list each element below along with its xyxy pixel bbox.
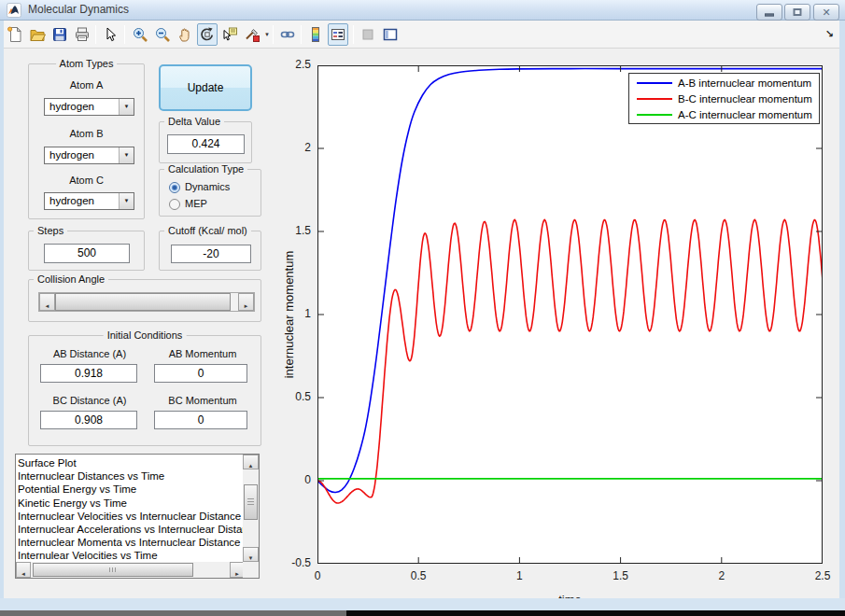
plot-legend[interactable]: A-B internuclear momentum B-C internucle… xyxy=(628,73,820,124)
toolbar-separator xyxy=(353,25,354,44)
maximize-button[interactable] xyxy=(784,4,810,21)
matlab-figure-window: Molecular Dynamics ✕ xyxy=(0,0,845,616)
y-tick-label: -0.5 xyxy=(272,556,311,569)
radio-dynamics[interactable]: Dynamics xyxy=(169,181,253,194)
y-axis-label: internuclear momentum xyxy=(282,251,296,379)
vertical-scroll-thumb[interactable] xyxy=(244,484,258,520)
chevron-down-icon[interactable]: ▼ xyxy=(119,99,134,115)
list-item[interactable]: Surface Plot xyxy=(18,456,243,469)
radio-dynamics-label: Dynamics xyxy=(185,181,230,192)
window-title: Molecular Dynamics xyxy=(28,3,129,16)
slider-right-arrow[interactable]: ► xyxy=(238,293,254,311)
y-tick-label: 0 xyxy=(272,473,311,486)
x-tick-label: 1 xyxy=(500,569,538,582)
close-button[interactable]: ✕ xyxy=(813,4,839,21)
list-item[interactable]: Internuclear Momenta vs Internuclear Dis… xyxy=(18,536,243,549)
legend-line-sample-green xyxy=(637,114,672,116)
bc-momentum-field[interactable]: 0 xyxy=(154,411,247,429)
steps-field[interactable]: 500 xyxy=(44,244,130,263)
x-tick-label: 0 xyxy=(299,569,336,582)
open-file-button[interactable] xyxy=(27,23,48,46)
legend-label: A-C internuclear momentum xyxy=(678,109,812,120)
chevron-down-icon[interactable]: ▼ xyxy=(119,147,134,163)
ab-momentum-field[interactable]: 0 xyxy=(154,364,247,383)
radio-mep-icon[interactable] xyxy=(169,199,180,210)
atom-b-value: hydrogen xyxy=(49,149,94,161)
title-bar[interactable]: Molecular Dynamics ✕ xyxy=(0,0,845,21)
toolbar-separator xyxy=(301,25,302,44)
bc-distance-label: BC Distance (A) xyxy=(35,395,145,406)
show-plot-tools-button[interactable] xyxy=(380,23,401,46)
y-tick-label: 0.5 xyxy=(272,390,311,403)
delta-value-field[interactable]: 0.424 xyxy=(167,134,245,154)
atom-c-dropdown[interactable]: hydrogen ▼ xyxy=(44,192,134,210)
toolbar-overflow-icon[interactable]: ↘ xyxy=(825,28,834,40)
atom-a-dropdown[interactable]: hydrogen ▼ xyxy=(44,98,134,116)
data-cursor-button[interactable] xyxy=(219,23,240,46)
x-tick-label: 1.5 xyxy=(602,569,640,582)
scroll-up-button[interactable]: ▲ xyxy=(243,455,259,469)
matlab-app-icon xyxy=(7,3,21,18)
x-tick-label: 2 xyxy=(703,569,740,582)
calculation-type-title: Calculation Type xyxy=(164,163,247,175)
list-item[interactable]: Internuclear Accelerations vs Internucle… xyxy=(18,523,243,536)
link-plot-button[interactable] xyxy=(277,23,298,46)
left-arrow-icon: ◄ xyxy=(45,303,50,309)
ab-distance-label: AB Distance (A) xyxy=(35,348,145,359)
legend-entry-ac[interactable]: A-C internuclear momentum xyxy=(637,107,812,122)
horizontal-scrollbar[interactable]: ◄ ► xyxy=(16,562,245,578)
chevron-down-icon[interactable]: ▼ xyxy=(119,193,134,209)
list-item[interactable]: Internuclear Distances vs Time xyxy=(18,469,243,483)
scroll-down-button[interactable]: ▼ xyxy=(243,547,259,562)
cutoff-field[interactable]: -20 xyxy=(171,245,251,263)
rotate-3d-button[interactable] xyxy=(197,23,218,46)
pan-button[interactable] xyxy=(175,23,195,46)
slider-left-arrow[interactable]: ◄ xyxy=(39,293,55,311)
horizontal-scroll-thumb[interactable] xyxy=(33,563,193,577)
brush-dropdown-caret[interactable]: ▼ xyxy=(264,32,270,37)
taskbar-strip-dark xyxy=(346,610,845,616)
plot-axes[interactable]: 00.511.522.5 -0.500.511.522.5 time inter… xyxy=(317,65,823,564)
list-item[interactable]: Potential Energy vs Time xyxy=(18,483,243,496)
plot-canvas[interactable] xyxy=(317,65,823,564)
zoom-out-button[interactable] xyxy=(152,23,173,46)
legend-entry-ab[interactable]: A-B internuclear momentum xyxy=(637,76,811,91)
zoom-in-button[interactable] xyxy=(130,23,150,46)
plot-selection-listbox[interactable]: Surface Plot Internuclear Distances vs T… xyxy=(15,454,260,579)
show-plot-tools-icon xyxy=(382,26,399,43)
colorbar-icon xyxy=(307,26,324,43)
bc-distance-field[interactable]: 0.908 xyxy=(40,411,137,429)
radio-dynamics-icon[interactable] xyxy=(169,182,180,193)
legend-entry-bc[interactable]: B-C internuclear momentum xyxy=(637,91,812,106)
collision-angle-title: Collision Angle xyxy=(34,273,108,285)
save-figure-button[interactable] xyxy=(49,23,70,46)
taskbar-strip-gray xyxy=(0,610,346,616)
brush-icon xyxy=(244,26,261,43)
save-floppy-icon xyxy=(51,26,68,43)
list-item[interactable]: Kinetic Energy vs Time xyxy=(18,497,243,510)
update-button[interactable]: Update xyxy=(159,64,252,111)
ab-distance-field[interactable]: 0.918 xyxy=(40,364,137,383)
brush-data-button[interactable] xyxy=(242,23,262,46)
radio-mep[interactable]: MEP xyxy=(169,198,253,211)
edit-plot-button[interactable] xyxy=(100,23,120,46)
hide-plot-tools-icon xyxy=(359,26,376,43)
new-figure-button[interactable] xyxy=(5,23,25,46)
atom-b-dropdown[interactable]: hydrogen ▼ xyxy=(44,147,134,164)
list-item[interactable]: Internuclear Velocities vs Internuclear … xyxy=(18,510,243,523)
vertical-scrollbar[interactable]: ▲ ▼ xyxy=(243,455,259,562)
rotate-3d-icon xyxy=(199,26,216,43)
calculation-type-panel: Calculation Type Dynamics MEP xyxy=(159,169,261,217)
collision-angle-slider[interactable]: ◄ ► xyxy=(38,292,255,312)
print-figure-button[interactable] xyxy=(72,23,92,46)
slider-thumb[interactable] xyxy=(55,293,231,311)
atom-b-label: Atom B xyxy=(29,128,144,139)
insert-colorbar-button[interactable] xyxy=(305,23,326,46)
insert-legend-button[interactable] xyxy=(328,23,348,46)
scroll-left-button[interactable]: ◄ xyxy=(16,562,31,578)
minimize-button[interactable] xyxy=(756,4,782,21)
list-item[interactable]: Internulear Velocities vs Time xyxy=(18,549,243,562)
open-folder-icon xyxy=(29,26,46,43)
up-arrow-icon: ▲ xyxy=(248,463,254,469)
atom-a-value: hydrogen xyxy=(49,101,94,112)
